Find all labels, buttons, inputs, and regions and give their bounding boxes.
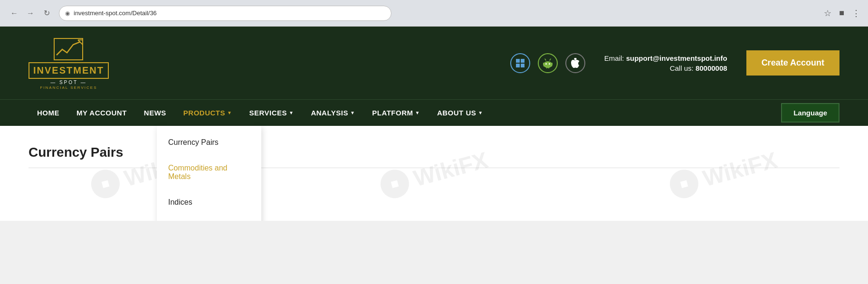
create-account-button[interactable]: Create Account	[746, 50, 839, 76]
nav-analysis[interactable]: ANALYSIS ▼	[302, 100, 363, 126]
refresh-button[interactable]: ↻	[40, 7, 53, 20]
logo: INVESTMENT — SPOT — FINANCIAL SERVICES	[29, 36, 109, 90]
svg-rect-0	[54, 38, 83, 60]
browser-nav-buttons: ← → ↻	[8, 7, 53, 20]
wikifx-icon-2: ■	[377, 166, 412, 201]
header-right: Email: support@investmentspot.info Call …	[510, 50, 839, 76]
nav-about-us[interactable]: ABOUT US ▼	[429, 100, 492, 126]
svg-rect-4	[516, 59, 520, 63]
nav-services[interactable]: SERVICES ▼	[240, 100, 302, 126]
website: INVESTMENT — SPOT — FINANCIAL SERVICES	[0, 27, 868, 221]
services-arrow-icon: ▼	[289, 110, 294, 115]
email-info: Email: support@investmentspot.info	[604, 54, 727, 62]
email-value: support@investmentspot.info	[626, 54, 727, 62]
analysis-arrow-icon: ▼	[350, 110, 355, 115]
page-content: ■ WikiFX ■ WikiFX ■ WikiFX Currency Pair…	[0, 126, 868, 221]
svg-line-12	[545, 59, 546, 60]
svg-rect-6	[516, 64, 520, 67]
android-icon[interactable]	[538, 53, 558, 73]
phone-label: Call us:	[670, 64, 694, 72]
browser-chrome: ← → ↻ ◉ investment-spot.com/Detail/36 ☆ …	[0, 0, 868, 27]
back-button[interactable]: ←	[8, 7, 21, 20]
svg-rect-15	[552, 63, 553, 66]
platform-icons	[510, 53, 585, 73]
logo-name: INVESTMENT	[33, 65, 104, 76]
address-icon: ◉	[65, 10, 70, 17]
logo-text-area: INVESTMENT	[29, 62, 109, 79]
svg-rect-14	[543, 63, 544, 66]
nav-bar: HOME MY ACCOUNT NEWS PRODUCTS ▼ SERVICES…	[0, 99, 868, 126]
site-header: INVESTMENT — SPOT — FINANCIAL SERVICES	[0, 27, 868, 99]
contact-info: Email: support@investmentspot.info Call …	[604, 54, 727, 72]
email-label: Email:	[604, 54, 624, 62]
page-title: Currency Pairs	[29, 145, 839, 168]
svg-rect-16	[546, 67, 547, 68]
nav-items: HOME MY ACCOUNT NEWS PRODUCTS ▼ SERVICES…	[29, 100, 492, 126]
dropdown-shares[interactable]: Shares	[157, 215, 261, 221]
svg-rect-7	[521, 64, 525, 67]
dropdown-area: ■ WikiFX ■ WikiFX ■ WikiFX Currency Pair…	[0, 126, 868, 221]
wikifx-icon-1: ■	[88, 166, 123, 201]
svg-line-13	[550, 59, 551, 60]
menu-button[interactable]: ⋮	[852, 8, 860, 19]
url-text: investment-spot.com/Detail/36	[74, 9, 157, 17]
about-arrow-icon: ▼	[478, 110, 483, 115]
phone-info: Call us: 80000008	[604, 64, 727, 72]
nav-my-account[interactable]: MY ACCOUNT	[68, 100, 135, 126]
windows-icon[interactable]	[510, 53, 530, 73]
forward-button[interactable]: →	[24, 7, 37, 20]
logo-graphic-icon	[52, 36, 85, 62]
extensions-button[interactable]: ■	[839, 8, 844, 18]
address-bar[interactable]: ◉ investment-spot.com/Detail/36	[59, 6, 391, 21]
svg-rect-17	[548, 67, 549, 68]
nav-platform[interactable]: PLATFORM ▼	[363, 100, 429, 126]
nav-news[interactable]: NEWS	[135, 100, 175, 126]
dropdown-commodities[interactable]: Commodities and Metals	[157, 155, 261, 189]
svg-rect-9	[544, 63, 552, 66]
platform-arrow-icon: ▼	[415, 110, 420, 115]
nav-home[interactable]: HOME	[29, 100, 68, 126]
dropdown-indices[interactable]: Indices	[157, 189, 261, 215]
logo-area[interactable]: INVESTMENT — SPOT — FINANCIAL SERVICES	[29, 36, 109, 90]
svg-point-11	[549, 63, 550, 65]
apple-icon[interactable]	[565, 53, 585, 73]
wikifx-icon-3: ■	[667, 166, 701, 201]
products-arrow-icon: ▼	[227, 110, 232, 115]
logo-spot-text: — SPOT —	[50, 80, 87, 85]
header-top-row: Email: support@investmentspot.info Call …	[510, 50, 839, 76]
dropdown-currency-pairs[interactable]: Currency Pairs	[157, 130, 261, 155]
bookmark-button[interactable]: ☆	[824, 8, 831, 19]
svg-point-18	[574, 58, 576, 60]
logo-sub-text: FINANCIAL SERVICES	[40, 85, 97, 90]
language-button[interactable]: Language	[781, 103, 839, 123]
products-dropdown: Currency Pairs Commodities and Metals In…	[157, 126, 261, 221]
watermark-area: ■ WikiFX ■ WikiFX ■ WikiFX	[0, 126, 868, 221]
nav-products[interactable]: PRODUCTS ▼	[175, 100, 241, 126]
browser-actions: ☆ ■ ⋮	[824, 8, 860, 19]
svg-point-10	[545, 63, 547, 65]
phone-value: 80000008	[696, 64, 727, 72]
svg-rect-5	[521, 59, 525, 63]
